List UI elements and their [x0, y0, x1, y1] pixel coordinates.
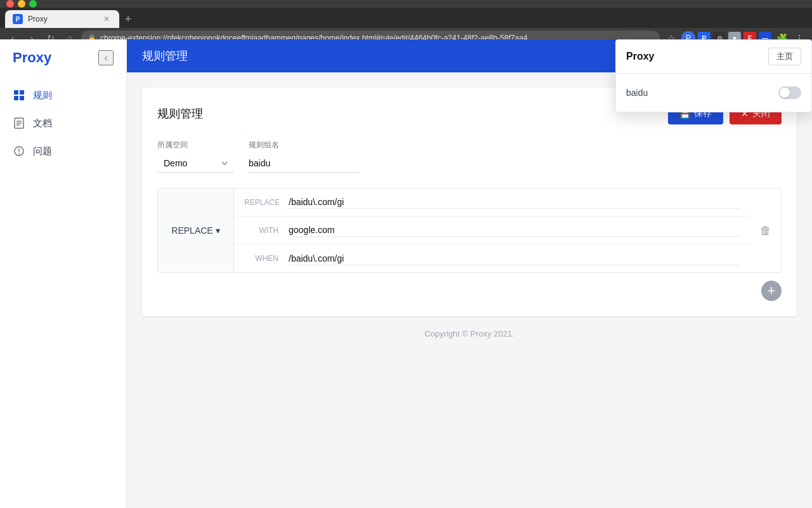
replace-input[interactable]: [289, 196, 740, 209]
footer-text: Copyright © Proxy 2021.: [424, 329, 514, 338]
docs-icon: [13, 117, 25, 130]
sidebar-nav: 规则 文档: [0, 76, 126, 170]
namespace-select[interactable]: Demo: [157, 154, 233, 173]
active-tab[interactable]: P Proxy ✕: [5, 10, 119, 28]
sidebar-collapse-button[interactable]: ‹: [98, 50, 114, 65]
group-name-group: 规则组名: [249, 140, 360, 173]
rule-delete-button[interactable]: 🗑: [757, 222, 774, 240]
tab-favicon: P: [13, 14, 23, 24]
rule-delete-cell: 🗑: [750, 189, 781, 272]
sidebar-header: Proxy ‹: [0, 39, 126, 76]
rule-section: REPLACE ▾ REPLACE WITH: [157, 188, 782, 301]
svg-point-9: [18, 153, 20, 154]
sidebar-item-docs[interactable]: 文档: [0, 109, 126, 137]
sidebar: Proxy ‹ 规则: [0, 39, 127, 508]
rules-icon: [13, 89, 25, 102]
popup-rule-name: baidu: [626, 88, 648, 98]
main-body: 规则管理 💾 保存 ✕ 关闭 所属空间: [127, 72, 812, 508]
sidebar-item-issues[interactable]: 问题: [0, 137, 126, 165]
when-field-row: WHEN: [234, 244, 750, 272]
toggle-knob: [780, 88, 790, 98]
popup-title: Proxy: [626, 51, 654, 62]
when-label: WHEN: [244, 254, 289, 263]
tab-close-btn[interactable]: ✕: [102, 14, 112, 24]
popup-body: baidu: [616, 74, 811, 112]
browser-tabs: P Proxy ✕ +: [0, 8, 812, 28]
svg-rect-0: [14, 90, 18, 95]
namespace-group: 所属空间 Demo: [157, 140, 233, 173]
namespace-label: 所属空间: [157, 140, 233, 150]
sidebar-item-issues-label: 问题: [33, 145, 52, 157]
browser-chrome: P Proxy ✕ + ‹ › ↻ ⌂ 🔒 chrome-extension:/…: [0, 0, 812, 39]
replace-field-row: REPLACE: [234, 189, 750, 217]
svg-rect-1: [20, 90, 24, 95]
svg-rect-3: [20, 96, 24, 100]
rule-type-cell: REPLACE ▾: [158, 189, 234, 272]
new-tab-button[interactable]: +: [119, 10, 137, 28]
popup-rule-item: baidu: [626, 81, 801, 104]
rule-toggle[interactable]: [778, 86, 801, 99]
replace-label: REPLACE: [244, 198, 289, 207]
popup-header: Proxy 主页: [616, 40, 811, 74]
with-field-row: WITH: [234, 217, 750, 244]
sidebar-item-docs-label: 文档: [33, 117, 52, 130]
add-rule-button[interactable]: +: [761, 281, 782, 301]
sidebar-item-rules-label: 规则: [33, 90, 52, 102]
title-bar: [0, 0, 812, 8]
card-title: 规则管理: [157, 106, 203, 121]
when-input[interactable]: [289, 252, 740, 265]
popup-home-button[interactable]: 主页: [768, 48, 801, 65]
trash-icon: 🗑: [760, 224, 771, 237]
tab-title: Proxy: [28, 15, 96, 23]
main-header-title: 规则管理: [142, 48, 188, 64]
rule-type-chevron-icon: ▾: [216, 225, 220, 236]
footer: Copyright © Proxy 2021.: [142, 316, 797, 351]
group-name-label: 规则组名: [249, 140, 360, 150]
form-row: 所属空间 Demo 规则组名: [157, 140, 782, 173]
popup-overlay: Proxy 主页 baidu: [615, 39, 812, 112]
sidebar-item-rules[interactable]: 规则: [0, 81, 126, 109]
svg-rect-2: [14, 96, 18, 100]
maximize-traffic-light[interactable]: [29, 0, 37, 8]
rule-row: REPLACE ▾ REPLACE WITH: [158, 189, 781, 272]
traffic-lights: [6, 0, 37, 8]
rule-fields: REPLACE WITH WHEN: [234, 189, 750, 272]
rule-type-button[interactable]: REPLACE ▾: [171, 225, 219, 236]
group-name-input[interactable]: [249, 154, 360, 173]
close-traffic-light[interactable]: [6, 0, 14, 8]
rule-table: REPLACE ▾ REPLACE WITH: [157, 188, 782, 273]
minimize-traffic-light[interactable]: [18, 0, 25, 8]
with-label: WITH: [244, 226, 289, 235]
with-input[interactable]: [289, 224, 740, 237]
sidebar-title: Proxy: [13, 50, 51, 66]
rule-type-label: REPLACE: [171, 225, 213, 236]
content-card: 规则管理 💾 保存 ✕ 关闭 所属空间: [142, 88, 797, 316]
issues-icon: [13, 145, 25, 157]
